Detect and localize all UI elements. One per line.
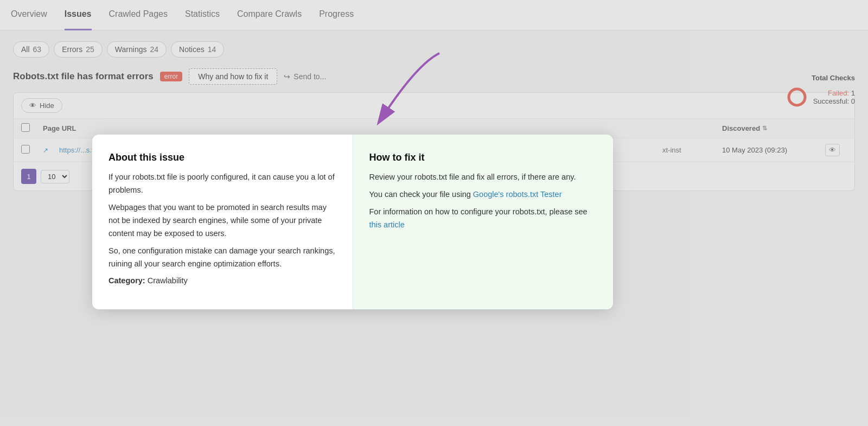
popup-about-text: If your robots.txt file is poorly config… [108,171,336,202]
popup-about-title: About this issue [108,152,336,163]
arrow-annotation [331,48,456,129]
google-robots-tester-link[interactable]: Google's robots.txt Tester [473,190,562,199]
popup-card: About this issue If your robots.txt file… [92,135,613,202]
popup-about-section: About this issue If your robots.txt file… [92,135,353,202]
about-para-2: Webpages that you want to be promoted in… [108,201,336,202]
popup-fix-title: How to fix it [369,152,597,163]
popup-fix-section: How to fix it Review your robots.txt fil… [353,135,614,202]
about-para-1: If your robots.txt file is poorly config… [108,171,336,197]
fix-link1-para: You can check your file using Google's r… [369,188,597,201]
fix-link1-pre: You can check your file using [369,190,473,199]
fix-intro: Review your robots.txt file and fix all … [369,171,597,184]
popup-fix-text: Review your robots.txt file and fix all … [369,171,597,202]
